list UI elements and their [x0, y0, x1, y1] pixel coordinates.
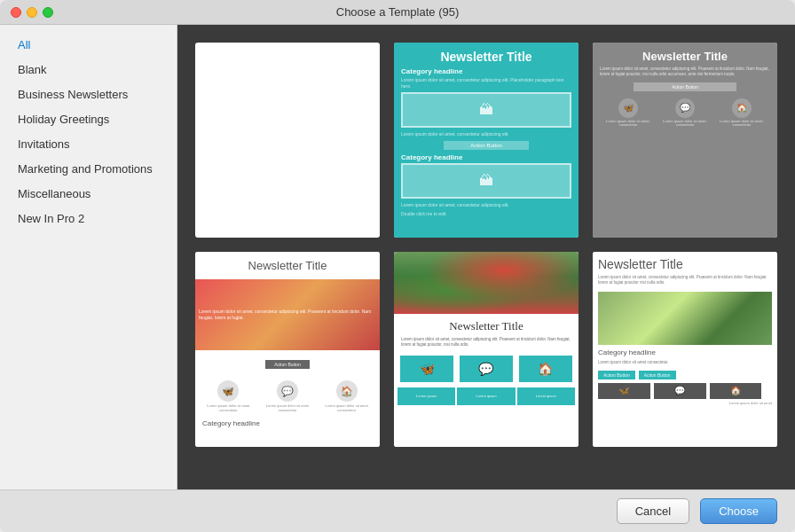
- mixed-hero: [598, 292, 772, 345]
- mag-house-icon: 🏠: [336, 380, 358, 402]
- mixed-title: Newsletter Title: [598, 257, 772, 271]
- traffic-lights: [11, 7, 53, 18]
- choose-button[interactable]: Choose: [700, 498, 777, 524]
- sidebar-item-all[interactable]: All: [4, 33, 173, 57]
- image-icon-2: 🏔: [479, 173, 493, 189]
- template-gray-newsletter[interactable]: Newsletter Title Lorem ipsum dolor sit a…: [593, 43, 777, 238]
- house-icon: 🏠: [732, 98, 752, 118]
- bottom-bar: Cancel Choose: [0, 489, 795, 532]
- speech-icon: 💬: [675, 98, 695, 118]
- butterfly-icon: 🦋: [618, 98, 638, 118]
- sidebar-item-blank[interactable]: Blank: [4, 58, 173, 82]
- sidebar-item-business-newsletters[interactable]: Business Newsletters: [4, 82, 173, 106]
- template-area: Newsletter Title Category headline Lorem…: [177, 25, 795, 489]
- cancel-button[interactable]: Cancel: [617, 498, 689, 524]
- mag-butterfly-icon: 🦋: [217, 380, 239, 402]
- gray-title: Newsletter Title: [600, 50, 770, 63]
- sidebar: All Blank Business Newsletters Holiday G…: [0, 25, 177, 489]
- maximize-button[interactable]: [43, 7, 53, 18]
- template-grid: Newsletter Title Category headline Lorem…: [195, 43, 777, 447]
- sidebar-item-marketing-promotions[interactable]: Marketing and Promotions: [4, 157, 173, 181]
- magazine-hero: Lorem ipsum dolor sit amet, consectetur …: [195, 279, 380, 350]
- image-icon: 🏔: [479, 102, 493, 118]
- main-content: All Blank Business Newsletters Holiday G…: [0, 25, 795, 489]
- mix-house-icon: 🏠: [710, 383, 762, 399]
- nat-speech-icon-box: 💬: [460, 356, 513, 382]
- minimize-button[interactable]: [27, 7, 37, 18]
- template-mixed[interactable]: Newsletter Title Lorem ipsum dolor sit a…: [593, 252, 777, 447]
- template-magazine[interactable]: Newsletter Title Lorem ipsum dolor sit a…: [195, 252, 380, 447]
- teal-image-box-2: 🏔: [401, 163, 571, 199]
- sidebar-item-miscellaneous[interactable]: Miscellaneous: [4, 182, 173, 206]
- mix-butterfly-icon: 🦋: [598, 383, 650, 399]
- teal-title: Newsletter Title: [401, 50, 571, 64]
- magazine-title: Newsletter Title: [195, 252, 380, 279]
- choose-template-window: Choose a Template (95) All Blank Busines…: [0, 0, 795, 532]
- mag-speech-icon: 💬: [277, 380, 298, 402]
- nature-title: Newsletter Title: [394, 314, 579, 337]
- template-teal-newsletter[interactable]: Newsletter Title Category headline Lorem…: [394, 43, 579, 238]
- title-bar: Choose a Template (95): [0, 0, 795, 25]
- nat-butterfly-icon-box: 🦋: [400, 356, 453, 382]
- mix-speech-icon: 💬: [654, 383, 706, 399]
- template-nature[interactable]: Newsletter Title Lorem ipsum dolor sit a…: [394, 252, 579, 447]
- close-button[interactable]: [11, 7, 21, 18]
- nat-house-icon-box: 🏠: [519, 356, 572, 382]
- nature-hero: [394, 252, 579, 314]
- sidebar-item-holiday-greetings[interactable]: Holiday Greetings: [4, 107, 173, 131]
- sidebar-item-invitations[interactable]: Invitations: [4, 132, 173, 156]
- window-title: Choose a Template (95): [336, 5, 460, 19]
- template-blank[interactable]: [195, 43, 380, 238]
- teal-image-box: 🏔: [401, 92, 571, 128]
- sidebar-item-new-in-pro[interactable]: New In Pro 2: [4, 207, 173, 231]
